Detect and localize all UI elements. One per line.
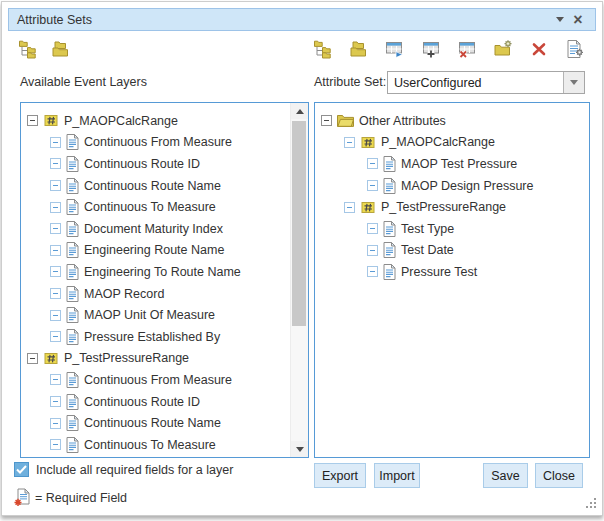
- collapse-toggle-icon[interactable]: [367, 180, 378, 191]
- field-document-icon: [383, 178, 396, 194]
- new-attribute-set-icon[interactable]: [493, 39, 513, 59]
- attribute-set-dropdown-button[interactable]: [563, 72, 584, 93]
- event-layers-folder-icon[interactable]: [51, 39, 71, 59]
- collapse-toggle-icon[interactable]: [367, 266, 378, 277]
- collapse-toggle-icon[interactable]: [367, 245, 378, 256]
- export-button[interactable]: Export: [314, 463, 366, 488]
- collapse-toggle-icon[interactable]: [50, 223, 61, 234]
- tree-item-engineering-route-name[interactable]: Engineering Route Name: [21, 240, 291, 262]
- table-properties-icon[interactable]: [565, 39, 585, 59]
- event-layer-icon: [360, 135, 376, 150]
- tree-item-document-maturity-index[interactable]: Document Maturity Index: [21, 218, 291, 240]
- export-table-icon[interactable]: [385, 39, 405, 59]
- tree-item-label: MAOP Unit Of Measure: [84, 308, 215, 322]
- tree-item-label: Pressure Test: [401, 265, 477, 279]
- available-event-layers-tree[interactable]: P_MAOPCalcRangeContinuous From MeasureCo…: [21, 103, 291, 457]
- collapse-toggle-icon[interactable]: [50, 288, 61, 299]
- collapse-toggle-icon[interactable]: [344, 202, 355, 213]
- collapse-toggle-icon[interactable]: [27, 115, 38, 126]
- scroll-down-icon[interactable]: [291, 441, 308, 457]
- tree-item-label: Document Maturity Index: [84, 222, 223, 236]
- collapse-toggle-icon[interactable]: [50, 331, 61, 342]
- collapse-window-icon[interactable]: [551, 11, 569, 29]
- tree-item-continuous-route-name[interactable]: Continuous Route Name: [21, 175, 291, 197]
- event-layer-icon: [43, 113, 59, 128]
- tree-item-continuous-from-measure[interactable]: Continuous From Measure: [21, 369, 291, 391]
- collapse-toggle-icon[interactable]: [50, 202, 61, 213]
- tree-item-p-maopcalcrange[interactable]: P_MAOPCalcRange: [315, 132, 589, 154]
- tree-item-engineering-to-route-name[interactable]: Engineering To Route Name: [21, 261, 291, 283]
- tree-item-label: MAOP Design Pressure: [401, 179, 533, 193]
- open-folder-icon: [337, 114, 354, 127]
- collapse-toggle-icon[interactable]: [321, 115, 332, 126]
- dialog-title: Attribute Sets: [17, 13, 92, 27]
- vertical-scrollbar[interactable]: [290, 103, 308, 457]
- collapse-toggle-icon[interactable]: [50, 396, 61, 407]
- tree-item-label: MAOP Record: [84, 287, 164, 301]
- tree-item-test-date[interactable]: Test Date: [315, 240, 589, 262]
- attribute-set-folder-icon[interactable]: [349, 39, 369, 59]
- attribute-set-tree[interactable]: Other AttributesP_MAOPCalcRangeMAOP Test…: [315, 103, 589, 457]
- tree-item-label: P_MAOPCalcRange: [381, 135, 495, 149]
- tree-item-continuous-route-name[interactable]: Continuous Route Name: [21, 412, 291, 434]
- required-field-legend-text: = Required Field: [35, 491, 127, 505]
- attribute-set-label: Attribute Set:: [314, 75, 386, 89]
- tree-item-maop-record[interactable]: MAOP Record: [21, 283, 291, 305]
- tree-item-continuous-from-measure[interactable]: Continuous From Measure: [21, 132, 291, 154]
- tree-item-label: Engineering Route Name: [84, 243, 224, 257]
- tree-item-continuous-to-measure[interactable]: Continuous To Measure: [21, 434, 291, 456]
- collapse-toggle-icon[interactable]: [50, 266, 61, 277]
- collapse-toggle-icon[interactable]: [367, 223, 378, 234]
- event-layers-tree-icon[interactable]: [18, 39, 38, 59]
- delete-icon[interactable]: [529, 39, 549, 59]
- field-document-icon: [383, 221, 396, 237]
- tree-item-p-maopcalcrange[interactable]: P_MAOPCalcRange: [21, 110, 291, 132]
- tree-item-maop-unit-of-measure[interactable]: MAOP Unit Of Measure: [21, 304, 291, 326]
- tree-item-pressure-established-by[interactable]: Pressure Established By: [21, 326, 291, 348]
- collapse-toggle-icon[interactable]: [367, 158, 378, 169]
- collapse-toggle-icon[interactable]: [50, 418, 61, 429]
- attribute-set-tree-icon[interactable]: [313, 39, 333, 59]
- field-document-icon: [66, 134, 79, 150]
- collapse-toggle-icon[interactable]: [50, 245, 61, 256]
- tree-item-label: Pressure Established By: [84, 330, 220, 344]
- chevron-down-icon: [570, 80, 578, 89]
- tree-item-label: P_MAOPCalcRange: [64, 114, 178, 128]
- left-toolbar: [18, 39, 71, 59]
- collapse-toggle-icon[interactable]: [344, 137, 355, 148]
- scroll-up-icon[interactable]: [291, 103, 308, 119]
- close-button[interactable]: Close: [535, 463, 583, 488]
- tree-item-other-attributes[interactable]: Other Attributes: [315, 110, 589, 132]
- collapse-toggle-icon[interactable]: [50, 180, 61, 191]
- collapse-toggle-icon[interactable]: [50, 439, 61, 450]
- collapse-toggle-icon[interactable]: [50, 158, 61, 169]
- tree-item-continuous-route-id[interactable]: Continuous Route ID: [21, 391, 291, 413]
- field-document-icon: [66, 286, 79, 302]
- tree-item-continuous-route-id[interactable]: Continuous Route ID: [21, 153, 291, 175]
- tree-item-p-testpressurerange[interactable]: P_TestPressureRange: [21, 348, 291, 370]
- import-button[interactable]: Import: [374, 463, 420, 488]
- collapse-toggle-icon[interactable]: [50, 310, 61, 321]
- resize-grip[interactable]: [585, 497, 596, 508]
- tree-item-maop-test-pressure[interactable]: MAOP Test Pressure: [315, 153, 589, 175]
- close-window-icon[interactable]: ×: [569, 11, 587, 29]
- attribute-set-dropdown[interactable]: UserConfigured: [387, 71, 585, 94]
- tree-item-test-type[interactable]: Test Type: [315, 218, 589, 240]
- add-table-icon[interactable]: [421, 39, 441, 59]
- scrollbar-thumb[interactable]: [292, 121, 306, 326]
- collapse-toggle-icon[interactable]: [27, 353, 38, 364]
- collapse-toggle-icon[interactable]: [50, 137, 61, 148]
- save-button[interactable]: Save: [483, 463, 528, 488]
- field-document-icon: [66, 221, 79, 237]
- tree-item-maop-design-pressure[interactable]: MAOP Design Pressure: [315, 175, 589, 197]
- remove-table-icon[interactable]: [457, 39, 477, 59]
- tree-item-pressure-test[interactable]: Pressure Test: [315, 261, 589, 283]
- field-document-icon: [66, 242, 79, 258]
- tree-item-label: Continuous To Measure: [84, 438, 216, 452]
- tree-item-label: MAOP Test Pressure: [401, 157, 517, 171]
- tree-item-label: Test Date: [401, 243, 454, 257]
- tree-item-p-testpressurerange[interactable]: P_TestPressureRange: [315, 196, 589, 218]
- include-required-fields-checkbox[interactable]: [14, 462, 29, 477]
- tree-item-continuous-to-measure[interactable]: Continuous To Measure: [21, 196, 291, 218]
- collapse-toggle-icon[interactable]: [50, 374, 61, 385]
